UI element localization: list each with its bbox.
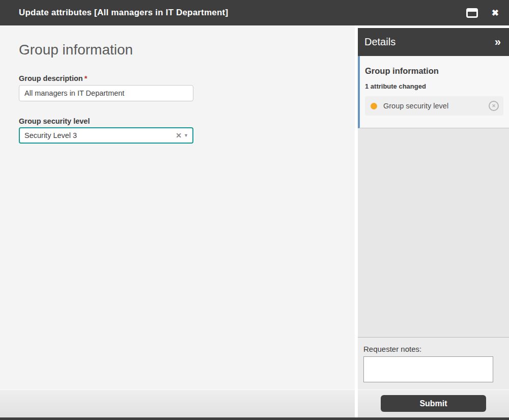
group-security-level-dropdown[interactable]: Security Level 3 ✕ ▼ bbox=[19, 127, 193, 144]
group-description-label-text: Group description bbox=[19, 74, 83, 82]
required-marker: * bbox=[84, 74, 88, 82]
changed-attribute-label: Group security level bbox=[383, 102, 489, 110]
details-group-title: Group information bbox=[365, 66, 503, 76]
details-body-spacer bbox=[358, 128, 509, 338]
dialog-titlebar: Update attributes [All managers in IT De… bbox=[0, 0, 509, 25]
requester-notes-input[interactable] bbox=[363, 356, 493, 382]
requester-notes-section: Requester notes: bbox=[358, 338, 509, 389]
group-security-level-label: Group security level bbox=[19, 117, 193, 125]
group-security-level-field: Group security level Security Level 3 ✕ … bbox=[19, 117, 193, 144]
group-description-input[interactable] bbox=[19, 85, 193, 101]
group-description-field: Group description* bbox=[19, 74, 193, 101]
titlebar-actions: ✖ bbox=[466, 8, 499, 18]
details-footer: Submit bbox=[358, 389, 509, 417]
dropdown-selected-value: Security Level 3 bbox=[24, 131, 176, 139]
details-panel: Details » Group information 1 attribute … bbox=[358, 28, 509, 417]
chevron-down-icon[interactable]: ▼ bbox=[184, 133, 188, 138]
close-icon[interactable]: ✖ bbox=[492, 9, 499, 17]
changed-status-dot bbox=[371, 103, 377, 109]
details-group-card: Group information 1 attribute changed Gr… bbox=[358, 56, 509, 128]
requester-notes-label: Requester notes: bbox=[363, 345, 509, 353]
main-form-panel: Group information Group description* Gro… bbox=[0, 25, 355, 389]
details-title: Details bbox=[364, 36, 395, 48]
group-description-label: Group description* bbox=[19, 74, 193, 82]
details-header: Details » bbox=[358, 28, 509, 56]
dialog-title: Update attributes [All managers in IT De… bbox=[19, 8, 228, 18]
collapse-panel-icon[interactable]: » bbox=[495, 37, 501, 48]
submit-button[interactable]: Submit bbox=[381, 395, 486, 412]
maximize-icon[interactable] bbox=[466, 8, 478, 18]
main-footer bbox=[0, 389, 355, 417]
clear-selection-icon[interactable]: ✕ bbox=[176, 132, 182, 139]
changed-attribute-row: Group security level ✕ bbox=[365, 96, 503, 116]
revert-change-icon[interactable]: ✕ bbox=[489, 101, 499, 111]
page-title: Group information bbox=[19, 42, 355, 58]
attributes-changed-summary: 1 attribute changed bbox=[365, 82, 503, 90]
window-bottom-edge bbox=[0, 417, 509, 420]
